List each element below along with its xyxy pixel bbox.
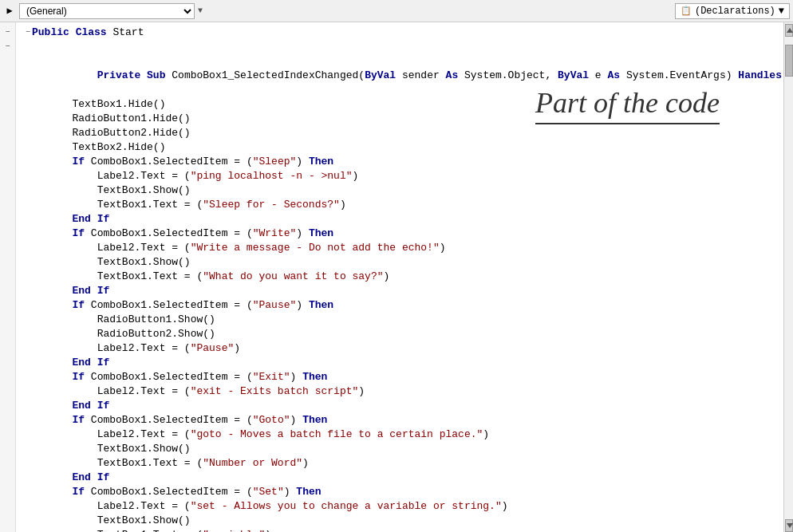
code-line-20: If ComboBox1.SelectedItem = ("Exit") The… xyxy=(22,370,783,384)
general-dropdown[interactable]: (General) xyxy=(19,3,195,19)
code-line-29: Label2.Text = ("set - Allows you to chan… xyxy=(22,499,783,514)
code-line-23: If ComboBox1.SelectedItem = ("Goto") The… xyxy=(22,413,783,428)
declarations-dropdown[interactable]: 📋 (Declarations) ▼ xyxy=(675,3,790,19)
svg-marker-0 xyxy=(787,28,793,33)
code-scroll[interactable]: − Public Class Start Private Sub ComboBo… xyxy=(16,22,783,532)
svg-marker-1 xyxy=(787,523,793,528)
code-line-15: If ComboBox1.SelectedItem = ("Pause") Th… xyxy=(22,298,783,313)
code-line-13: TextBox1.Text = ("What do you want it to… xyxy=(22,270,783,284)
code-line-26: TextBox1.Text = ("Number or Word") xyxy=(22,456,783,471)
code-line-10: If ComboBox1.SelectedItem = ("Write") Th… xyxy=(22,227,783,241)
code-line-27: End If xyxy=(22,471,783,485)
code-line-8: TextBox1.Text = ("Sleep for - Seconds?") xyxy=(22,198,783,212)
code-line-5: If ComboBox1.SelectedItem = ("Sleep") Th… xyxy=(22,155,783,169)
code-line-1: TextBox1.Hide() xyxy=(22,97,783,112)
code-line-30: TextBox1.Show() xyxy=(22,514,783,528)
main-area: − − Part of the code − Public Class Star… xyxy=(0,22,793,532)
gutter: − − xyxy=(0,22,16,532)
declarations-icon: 📋 xyxy=(681,6,692,16)
collapse-arrow-1[interactable]: − xyxy=(5,26,10,40)
code-line-6: Label2.Text = ("ping localhost -n - >nul… xyxy=(22,169,783,183)
code-line-21: Label2.Text = ("exit - Exits batch scrip… xyxy=(22,384,783,399)
class-collapse-btn[interactable]: − xyxy=(26,26,30,40)
scrollbar[interactable] xyxy=(783,22,793,532)
code-line-3: RadioButton2.Hide() xyxy=(22,126,783,140)
code-line-9: End If xyxy=(22,212,783,227)
scrollbar-track xyxy=(785,37,793,519)
code-line-14: End If xyxy=(22,284,783,298)
code-line-24: Label2.Text = ("goto - Moves a batch fil… xyxy=(22,428,783,442)
code-line-11: Label2.Text = ("Write a message - Do not… xyxy=(22,241,783,255)
scrollbar-up-btn[interactable] xyxy=(785,24,793,37)
code-line-17: RadioButton2.Show() xyxy=(22,327,783,341)
collapse-arrow-2[interactable]: − xyxy=(5,40,10,54)
scrollbar-thumb[interactable] xyxy=(785,45,793,77)
code-line-25: TextBox1.Show() xyxy=(22,442,783,456)
dropdown-arrow: ▼ xyxy=(198,6,203,15)
code-line-31: TextBox1.Text = ("variable") xyxy=(22,528,783,532)
code-line-sub: Private Sub ComboBox1_SelectedIndexChang… xyxy=(22,40,783,97)
declarations-arrow: ▼ xyxy=(779,6,784,17)
toolbar: ▶ (General) ▼ 📋 (Declarations) ▼ xyxy=(0,0,793,22)
code-line-7: TextBox1.Show() xyxy=(22,183,783,198)
code-line-28: If ComboBox1.SelectedItem = ("Set") Then xyxy=(22,485,783,499)
class-header-line: − Public Class Start xyxy=(22,26,783,40)
general-icon: ▶ xyxy=(3,5,16,18)
code-line-22: End If xyxy=(22,399,783,413)
code-line-4: TextBox2.Hide() xyxy=(22,140,783,155)
declarations-label: (Declarations) xyxy=(695,6,775,17)
code-line-16: RadioButton1.Show() xyxy=(22,313,783,327)
class-line: Public Class Start xyxy=(32,26,144,40)
code-line-18: Label2.Text = ("Pause") xyxy=(22,341,783,356)
code-line-12: TextBox1.Show() xyxy=(22,255,783,270)
toolbar-right: 📋 (Declarations) ▼ xyxy=(675,3,790,19)
scrollbar-down-btn[interactable] xyxy=(785,519,793,532)
toolbar-left: ▶ (General) ▼ xyxy=(3,3,672,19)
code-line-19: End If xyxy=(22,356,783,370)
code-area: Part of the code − Public Class Start Pr… xyxy=(16,22,783,532)
code-line-2: RadioButton1.Hide() xyxy=(22,112,783,126)
